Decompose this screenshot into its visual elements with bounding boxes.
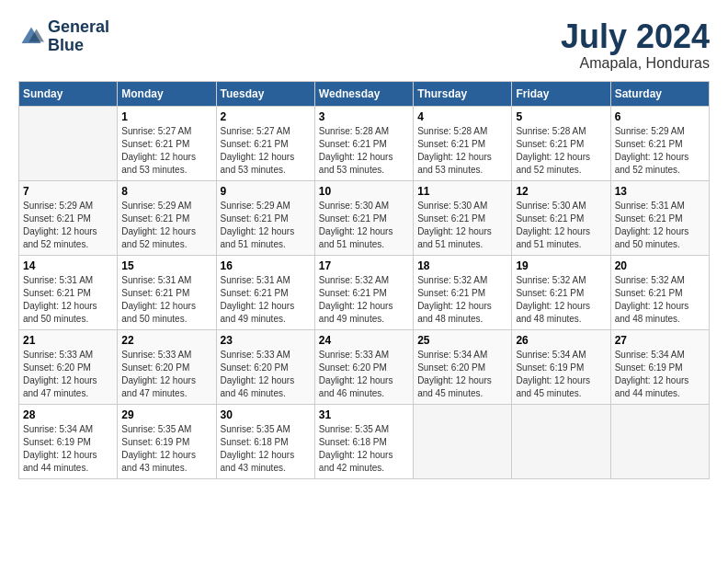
day-info: Sunrise: 5:30 AMSunset: 6:21 PMDaylight:… — [417, 200, 507, 251]
day-info: Sunrise: 5:32 AMSunset: 6:21 PMDaylight:… — [516, 274, 606, 326]
day-number: 26 — [516, 334, 606, 347]
day-info: Sunrise: 5:29 AMSunset: 6:21 PMDaylight:… — [121, 200, 211, 251]
calendar-cell: 15Sunrise: 5:31 AMSunset: 6:21 PMDayligh… — [118, 255, 216, 329]
day-number: 27 — [615, 334, 705, 347]
month-year-title: July 2024 — [561, 18, 710, 55]
calendar-cell: 3Sunrise: 5:28 AMSunset: 6:21 PMDaylight… — [314, 106, 413, 180]
calendar-week-2: 7Sunrise: 5:29 AMSunset: 6:21 PMDaylight… — [19, 180, 710, 255]
col-thursday: Thursday — [414, 81, 512, 106]
calendar-cell: 5Sunrise: 5:28 AMSunset: 6:21 PMDaylight… — [512, 106, 610, 180]
day-number: 7 — [23, 185, 113, 198]
day-number: 11 — [417, 185, 507, 198]
location-subtitle: Amapala, Honduras — [561, 55, 710, 72]
day-info: Sunrise: 5:29 AMSunset: 6:21 PMDaylight:… — [23, 200, 113, 251]
calendar-week-5: 28Sunrise: 5:34 AMSunset: 6:19 PMDayligh… — [19, 404, 710, 478]
day-number: 15 — [121, 259, 211, 272]
day-number: 22 — [121, 334, 211, 347]
calendar-cell: 18Sunrise: 5:32 AMSunset: 6:21 PMDayligh… — [414, 255, 512, 329]
day-number: 23 — [221, 334, 311, 347]
calendar-week-3: 14Sunrise: 5:31 AMSunset: 6:21 PMDayligh… — [19, 255, 710, 329]
day-number: 9 — [221, 185, 311, 198]
day-info: Sunrise: 5:27 AMSunset: 6:21 PMDaylight:… — [221, 125, 311, 177]
calendar-cell: 12Sunrise: 5:30 AMSunset: 6:21 PMDayligh… — [512, 180, 610, 255]
day-info: Sunrise: 5:28 AMSunset: 6:21 PMDaylight:… — [319, 125, 409, 177]
day-info: Sunrise: 5:34 AMSunset: 6:20 PMDaylight:… — [417, 349, 507, 400]
calendar-cell: 23Sunrise: 5:33 AMSunset: 6:20 PMDayligh… — [216, 329, 314, 404]
calendar-cell: 20Sunrise: 5:32 AMSunset: 6:21 PMDayligh… — [610, 255, 709, 329]
day-info: Sunrise: 5:31 AMSunset: 6:21 PMDaylight:… — [221, 274, 311, 326]
day-number: 25 — [417, 334, 507, 347]
day-info: Sunrise: 5:33 AMSunset: 6:20 PMDaylight:… — [319, 349, 409, 400]
day-number: 19 — [516, 259, 606, 272]
day-info: Sunrise: 5:33 AMSunset: 6:20 PMDaylight:… — [121, 349, 211, 400]
day-number: 20 — [615, 259, 705, 272]
col-tuesday: Tuesday — [216, 81, 314, 106]
calendar-cell: 6Sunrise: 5:29 AMSunset: 6:21 PMDaylight… — [610, 106, 709, 180]
day-info: Sunrise: 5:32 AMSunset: 6:21 PMDaylight:… — [319, 274, 409, 326]
day-number: 10 — [319, 185, 409, 198]
day-info: Sunrise: 5:35 AMSunset: 6:18 PMDaylight:… — [319, 423, 409, 475]
calendar-cell: 24Sunrise: 5:33 AMSunset: 6:20 PMDayligh… — [314, 329, 413, 404]
calendar-cell: 9Sunrise: 5:29 AMSunset: 6:21 PMDaylight… — [216, 180, 314, 255]
day-info: Sunrise: 5:31 AMSunset: 6:21 PMDaylight:… — [23, 274, 113, 326]
calendar-cell: 29Sunrise: 5:35 AMSunset: 6:19 PMDayligh… — [118, 404, 216, 478]
day-number: 24 — [319, 334, 409, 347]
calendar-cell: 30Sunrise: 5:35 AMSunset: 6:18 PMDayligh… — [216, 404, 314, 478]
calendar-table: Sunday Monday Tuesday Wednesday Thursday… — [18, 81, 710, 479]
col-wednesday: Wednesday — [314, 81, 413, 106]
day-number: 13 — [615, 185, 705, 198]
calendar-cell: 14Sunrise: 5:31 AMSunset: 6:21 PMDayligh… — [19, 255, 118, 329]
calendar-cell: 1Sunrise: 5:27 AMSunset: 6:21 PMDaylight… — [118, 106, 216, 180]
day-info: Sunrise: 5:34 AMSunset: 6:19 PMDaylight:… — [516, 349, 606, 400]
day-number: 8 — [121, 185, 211, 198]
calendar-week-4: 21Sunrise: 5:33 AMSunset: 6:20 PMDayligh… — [19, 329, 710, 404]
day-info: Sunrise: 5:28 AMSunset: 6:21 PMDaylight:… — [417, 125, 507, 177]
day-number: 17 — [319, 259, 409, 272]
day-number: 16 — [221, 259, 311, 272]
day-number: 2 — [221, 110, 311, 123]
day-number: 3 — [319, 110, 409, 123]
calendar-cell: 22Sunrise: 5:33 AMSunset: 6:20 PMDayligh… — [118, 329, 216, 404]
day-number: 29 — [121, 408, 211, 421]
calendar-cell — [414, 404, 512, 478]
calendar-cell — [610, 404, 709, 478]
day-number: 5 — [516, 110, 606, 123]
calendar-cell: 28Sunrise: 5:34 AMSunset: 6:19 PMDayligh… — [19, 404, 118, 478]
col-friday: Friday — [512, 81, 610, 106]
logo-icon — [18, 24, 44, 50]
calendar-cell — [19, 106, 118, 180]
calendar-cell: 17Sunrise: 5:32 AMSunset: 6:21 PMDayligh… — [314, 255, 413, 329]
day-number: 18 — [417, 259, 507, 272]
day-info: Sunrise: 5:31 AMSunset: 6:21 PMDaylight:… — [615, 200, 705, 251]
day-info: Sunrise: 5:27 AMSunset: 6:21 PMDaylight:… — [121, 125, 211, 177]
day-info: Sunrise: 5:33 AMSunset: 6:20 PMDaylight:… — [23, 349, 113, 400]
header-row: Sunday Monday Tuesday Wednesday Thursday… — [19, 81, 710, 106]
calendar-cell: 2Sunrise: 5:27 AMSunset: 6:21 PMDaylight… — [216, 106, 314, 180]
calendar-cell: 21Sunrise: 5:33 AMSunset: 6:20 PMDayligh… — [19, 329, 118, 404]
calendar-cell: 8Sunrise: 5:29 AMSunset: 6:21 PMDaylight… — [118, 180, 216, 255]
calendar-cell: 19Sunrise: 5:32 AMSunset: 6:21 PMDayligh… — [512, 255, 610, 329]
col-sunday: Sunday — [19, 81, 118, 106]
logo-text: General Blue — [48, 18, 109, 55]
title-area: July 2024 Amapala, Honduras — [561, 18, 710, 72]
day-info: Sunrise: 5:29 AMSunset: 6:21 PMDaylight:… — [615, 125, 705, 177]
calendar-week-1: 1Sunrise: 5:27 AMSunset: 6:21 PMDaylight… — [19, 106, 710, 180]
day-number: 12 — [516, 185, 606, 198]
day-number: 6 — [615, 110, 705, 123]
calendar-cell: 31Sunrise: 5:35 AMSunset: 6:18 PMDayligh… — [314, 404, 413, 478]
day-number: 30 — [221, 408, 311, 421]
calendar-body: 1Sunrise: 5:27 AMSunset: 6:21 PMDaylight… — [19, 106, 710, 478]
day-info: Sunrise: 5:30 AMSunset: 6:21 PMDaylight:… — [319, 200, 409, 251]
calendar-cell: 10Sunrise: 5:30 AMSunset: 6:21 PMDayligh… — [314, 180, 413, 255]
day-number: 21 — [23, 334, 113, 347]
day-info: Sunrise: 5:29 AMSunset: 6:21 PMDaylight:… — [221, 200, 311, 251]
calendar-cell: 27Sunrise: 5:34 AMSunset: 6:19 PMDayligh… — [610, 329, 709, 404]
day-number: 4 — [417, 110, 507, 123]
page-header: General Blue July 2024 Amapala, Honduras — [18, 18, 710, 72]
calendar-cell: 16Sunrise: 5:31 AMSunset: 6:21 PMDayligh… — [216, 255, 314, 329]
day-info: Sunrise: 5:32 AMSunset: 6:21 PMDaylight:… — [615, 274, 705, 326]
day-number: 14 — [23, 259, 113, 272]
calendar-header: Sunday Monday Tuesday Wednesday Thursday… — [19, 81, 710, 106]
day-info: Sunrise: 5:32 AMSunset: 6:21 PMDaylight:… — [417, 274, 507, 326]
col-monday: Monday — [118, 81, 216, 106]
